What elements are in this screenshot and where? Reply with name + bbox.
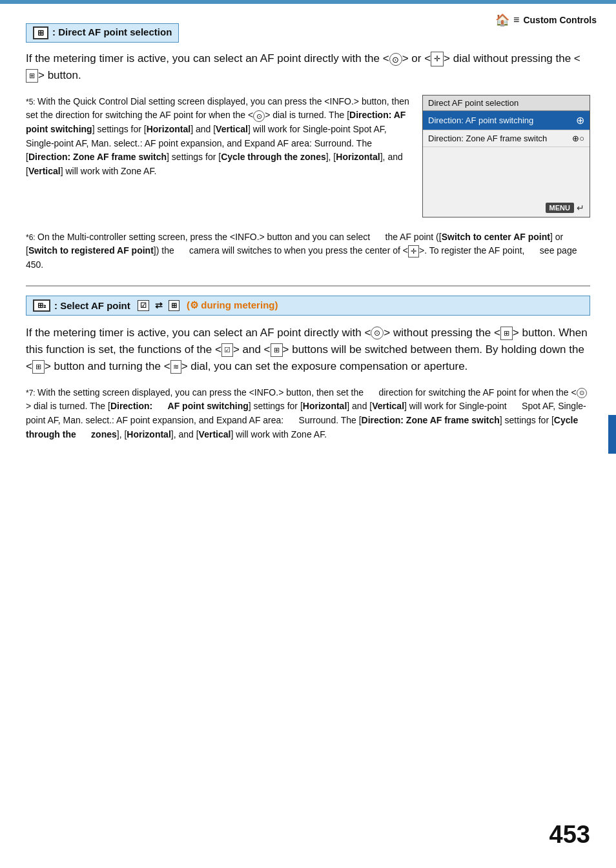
panel-empty-space <box>423 147 590 199</box>
top-right-label: 🏠 ≡ Custom Controls <box>495 13 597 27</box>
panel-row1-label: Direction: AF point switching <box>428 116 533 125</box>
panel-row1-icon: ⊕ <box>576 114 584 126</box>
panel-row1: Direction: AF point switching ⊕ <box>423 111 590 130</box>
note7-text-block: *7: With the setting screen displayed, y… <box>26 386 590 442</box>
camera-icon: 🏠 <box>495 13 509 27</box>
s2-af-btn: ⊞ <box>500 327 513 340</box>
page-number: 453 <box>549 821 590 849</box>
n7-bold3: Horizontal <box>303 401 347 411</box>
section1-body: If the metering timer is active, you can… <box>26 50 590 85</box>
panel-row2-icon: ⊕○ <box>572 134 584 143</box>
panel-footer: MENU ↵ <box>423 199 590 217</box>
section2-icon-grid: ⊞ <box>169 300 180 311</box>
menu-lines-icon: ≡ <box>513 14 519 26</box>
section2-body: If the metering timer is active, you can… <box>26 325 590 376</box>
s2-wave-icon: ≋ <box>170 360 181 374</box>
section1-heading: ⊞: Direct AF point selection <box>26 23 179 43</box>
panel-row2: Direction: Zone AF frame switch ⊕○ <box>423 130 590 147</box>
bold-switch-center: Switch to center AF point <box>442 232 550 242</box>
s2-dial-icon1: ⊙ <box>371 327 384 339</box>
note6-text-block: *6: On the Multi-controller setting scre… <box>26 230 590 272</box>
note7-marker: *7: <box>26 389 37 398</box>
bold-switch-registered: Switch to registered AF point <box>28 245 154 256</box>
panel-title: Direct AF point selection <box>423 96 590 111</box>
n7-bold1: Direction: <box>110 401 152 411</box>
n7-bold7: Horizontal <box>127 429 170 439</box>
bold-vertical1: Vertical <box>216 124 248 134</box>
screenshot-panel: Direct AF point selection Direction: AF … <box>422 95 590 217</box>
custom-controls-label: Custom Controls <box>523 15 597 25</box>
section2-icon-check: ☑ <box>138 300 149 311</box>
s2-grid-icon: ⊞ <box>271 343 283 357</box>
bold-cycle: Cycle through the zones <box>221 152 326 162</box>
n7-bold2: AF point switching <box>168 401 249 411</box>
section1-heading-text: : Direct AF point selection <box>52 26 172 37</box>
note5-area: *5: With the Quick Control Dial setting … <box>26 95 590 217</box>
section2-heading-suffix: (⚙ during metering) <box>184 299 278 311</box>
bold-vertical2: Vertical <box>28 166 61 176</box>
section2-heading: ⊞₂ : Select AF point ☑ ⇄ ⊞ (⚙ during met… <box>26 296 590 316</box>
af-button-icon: ⊞ <box>26 69 38 83</box>
s2-check-icon: ☑ <box>221 343 233 357</box>
bold-horizontal1: Horizontal <box>147 124 190 134</box>
back-arrow-icon: ↵ <box>577 203 584 213</box>
panel-row2-label: Direction: Zone AF frame switch <box>428 134 547 143</box>
menu-button: MENU <box>546 203 574 213</box>
bold-horizontal2: Horizontal <box>336 152 380 162</box>
n7-dial-icon: ⊙ <box>577 388 587 398</box>
n7-bold8: Vertical <box>199 429 231 439</box>
note6-marker: *6: <box>26 233 37 242</box>
bold-direction-zone: Direction: Zone AF frame switch <box>28 152 167 162</box>
note5-text-block: *5: With the Quick Control Dial setting … <box>26 95 409 217</box>
n7-bold4: Vertical <box>372 401 404 411</box>
section1-icon: ⊞ <box>33 26 48 39</box>
section-divider <box>26 285 590 287</box>
main-content: ⊞: Direct AF point selection If the mete… <box>0 4 616 481</box>
section2-arrows: ⇄ <box>155 300 163 310</box>
dial-icon3: ⊙ <box>253 110 265 122</box>
s2-hold-icon: ⊞ <box>32 360 45 374</box>
n7-bold5: Direction: Zone AF frame switch <box>362 415 500 425</box>
section2-heading-text: : Select AF point <box>54 300 133 311</box>
side-marker <box>608 415 616 454</box>
dial-icon2: ✛ <box>431 52 444 66</box>
note5-marker: *5: <box>26 97 37 106</box>
dial-icon1: ⊙ <box>389 53 402 66</box>
multicontrol-icon: ✛ <box>408 245 419 257</box>
section2-icon-box: ⊞₂ <box>33 299 50 312</box>
